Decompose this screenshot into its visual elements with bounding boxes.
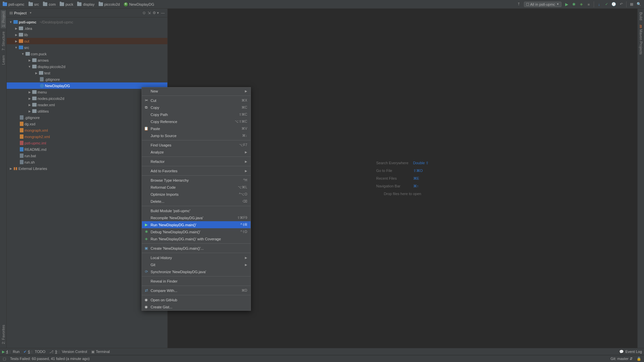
menu-analyze[interactable]: Analyze▶ [142, 148, 251, 156]
menu-debug[interactable]: ✱Debug 'NewDisplayDG.main()'^⇧D [142, 228, 251, 235]
menu-paste[interactable]: 📋Paste⌘V [142, 125, 251, 132]
tree-item[interactable]: ▶.idea [7, 25, 167, 32]
tool-tab-project[interactable]: 1: Project [1, 10, 6, 28]
expand-arrow-icon[interactable]: ▶ [35, 71, 38, 75]
expand-arrow-icon[interactable]: ▶ [14, 40, 18, 43]
menu-jump-to-source[interactable]: Jump to Source⌘↓ [142, 132, 251, 139]
tool-tab-build[interactable]: Build [638, 11, 644, 21]
menu-compare-with[interactable]: ⇄Compare With...⌘D [142, 287, 251, 294]
expand-arrow-icon[interactable]: ▶ [28, 103, 31, 107]
menu-synchronize[interactable]: ⟳Synchronize 'NewDisplayDG.java' [142, 268, 251, 275]
menu-copy[interactable]: ⧉Copy⌘C [142, 104, 251, 111]
lock-icon[interactable]: 🔒 [637, 357, 641, 361]
breadcrumb-item[interactable]: src [29, 2, 39, 6]
menu-label: Copy Reference [151, 120, 177, 124]
menu-run[interactable]: ▶Run 'NewDisplayDG.main()'^⇧R [142, 221, 251, 228]
tool-tab-learn[interactable]: Learn [1, 54, 6, 66]
run-config-label: All in pstl-upmc [530, 2, 555, 6]
expand-arrow-icon[interactable]: ▶ [28, 90, 31, 94]
run-config-selector[interactable]: All in pstl-upmc ▼ [524, 2, 562, 7]
tool-tab-maven[interactable]: mMaven Projects [638, 23, 644, 56]
separator [594, 1, 594, 7]
menu-optimize-imports[interactable]: Optimize Imports^⌥O [142, 191, 251, 198]
tree-item[interactable]: ▼display.piccolo2d [7, 63, 167, 70]
coverage-icon[interactable]: ◈ [579, 2, 584, 7]
expand-arrow-icon[interactable]: ▶ [9, 167, 12, 170]
tool-tab-version-control[interactable]: ⎇9: Version Control [49, 350, 87, 354]
tool-tab-event-log[interactable]: 💬Event Log [619, 350, 642, 354]
menu-recompile[interactable]: Recompile 'NewDisplayDG.java'⇧⌘F9 [142, 214, 251, 221]
expand-arrow-icon[interactable]: ▶ [28, 110, 31, 113]
tree-item[interactable]: ▼src [7, 44, 167, 51]
expand-arrow-icon[interactable]: ▼ [14, 46, 18, 49]
tree-item[interactable]: ▶arrows [7, 57, 167, 63]
git-branch[interactable]: Git: master ⇵ [610, 357, 633, 361]
tree-item[interactable]: .gitignore [7, 76, 167, 82]
tab-label: Build [639, 12, 643, 20]
menu-refactor[interactable]: Refactor▶ [142, 158, 251, 165]
tree-item[interactable]: ▼com.puck [7, 51, 167, 57]
menu-browse-hierarchy[interactable]: Browse Type Hierarchy^H [142, 177, 251, 184]
git-commit-icon[interactable]: ✓ [604, 2, 609, 7]
git-update-icon[interactable]: ↓ [597, 2, 601, 7]
scroll-from-source-icon[interactable]: ⊙ [143, 11, 146, 15]
tab-label: Event Log [625, 350, 642, 354]
gear-icon[interactable]: ⚙ ▾ [153, 11, 159, 15]
menu-local-history[interactable]: Local History▶ [142, 254, 251, 261]
menu-reveal-finder[interactable]: Reveal in Finder [142, 278, 251, 285]
menu-git[interactable]: Git▶ [142, 261, 251, 268]
expand-arrow-icon[interactable]: ▶ [28, 59, 31, 62]
expand-arrow-icon[interactable]: ▶ [28, 97, 31, 100]
tool-tab-run[interactable]: ▶4: Run [2, 350, 19, 354]
tool-tab-terminal[interactable]: ▣Terminal [91, 350, 110, 354]
hide-icon[interactable]: — [161, 11, 165, 15]
run-icon[interactable]: ▶ [564, 2, 569, 7]
menu-add-favorites[interactable]: Add to Favorites▶ [142, 167, 251, 174]
tree-root[interactable]: ▼pstl-upmc ~/Desktop/pstl-upmc [7, 19, 167, 25]
menu-copy-path[interactable]: Copy Path⇧⌘C [142, 111, 251, 118]
collapse-all-icon[interactable]: ⇲ [148, 11, 151, 15]
breadcrumbs[interactable]: pstl-upmc src com puck display piccolo2d… [3, 2, 154, 6]
breadcrumb-item[interactable]: com [43, 2, 56, 6]
expand-arrow-icon[interactable]: ▼ [9, 20, 12, 24]
expand-arrow-icon[interactable]: ▼ [21, 52, 24, 56]
expand-arrow-icon[interactable]: ▶ [14, 27, 18, 30]
chevron-down-icon[interactable]: ▼ [29, 11, 32, 14]
project-structure-icon[interactable]: ▦ [629, 2, 634, 7]
submenu-arrow-icon: ▶ [245, 256, 247, 259]
breadcrumb-item[interactable]: NewDisplayDG [124, 2, 154, 6]
menu-create-run-config[interactable]: ▣Create 'NewDisplayDG.main()'... [142, 245, 251, 252]
menu-delete[interactable]: Delete...⌫ [142, 198, 251, 205]
tool-tab-favorites[interactable]: 2: Favorites [1, 323, 6, 345]
tree-item[interactable]: ▶test [7, 70, 167, 76]
breadcrumb-item[interactable]: puck [60, 2, 73, 6]
build-icon[interactable]: ⤒ [517, 2, 521, 7]
breadcrumb-item[interactable]: display [77, 2, 94, 6]
menu-shortcut: ⇧⌘F9 [237, 216, 247, 220]
menu-build-module[interactable]: Build Module 'pstl-upmc' [142, 207, 251, 214]
expand-arrow-icon[interactable]: ▼ [28, 65, 31, 68]
menu-shortcut: ⌘C [241, 106, 247, 109]
tool-tab-structure[interactable]: 7: Structure [1, 30, 6, 52]
debug-icon[interactable]: ✱ [572, 2, 576, 7]
stop-icon[interactable]: ■ [586, 2, 591, 7]
menu-open-github[interactable]: ◉Open on GitHub [142, 296, 251, 303]
expand-arrow-icon[interactable]: ▶ [14, 33, 18, 37]
tree-item[interactable]: ▶out [7, 38, 167, 44]
breadcrumb-item[interactable]: piccolo2d [99, 2, 120, 6]
menu-cut[interactable]: ✂Cut⌘X [142, 97, 251, 104]
tree-item[interactable]: ▶lib [7, 32, 167, 38]
search-icon[interactable]: 🔍 [637, 2, 641, 7]
menu-find-usages[interactable]: Find Usages⌥F7 [142, 141, 251, 148]
tool-tab-todo[interactable]: ✔︎6: TODO [23, 350, 45, 354]
git-history-icon[interactable]: 🕘 [611, 2, 616, 7]
status-icon[interactable]: ▢ [3, 357, 6, 361]
menu-run-coverage[interactable]: ◈Run 'NewDisplayDG.main()' with Coverage [142, 235, 251, 242]
breadcrumb-root[interactable]: pstl-upmc [3, 2, 24, 6]
menu-copy-reference[interactable]: Copy Reference⌥⇧⌘C [142, 118, 251, 125]
menu-new[interactable]: New▶ [142, 87, 251, 95]
menu-separator [142, 96, 251, 96]
git-revert-icon[interactable]: ↶ [619, 2, 624, 7]
menu-reformat[interactable]: Reformat Code⌥⌘L [142, 184, 251, 191]
menu-create-gist[interactable]: ◉Create Gist... [142, 303, 251, 310]
